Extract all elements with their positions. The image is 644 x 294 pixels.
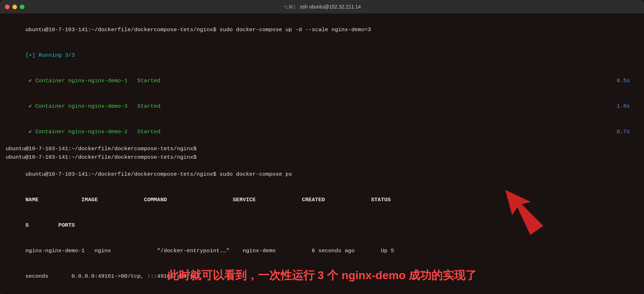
table-row-2a: nginx-nginx-demo-2 nginx "/docker-entryp… [6, 289, 638, 294]
prompt-1: ubuntu@10-7-103-141:~/dockerfile/dockerc… [25, 27, 217, 33]
check-2: ✔ Container nginx-nginx-demo-2 [25, 129, 137, 135]
terminal-line-6: ubuntu@10-7-103-141:~/dockerfile/dockerc… [6, 145, 638, 153]
started-2: Started [137, 129, 160, 135]
terminal-line-4: ✔ Container nginx-nginx-demo-3 Started 1… [6, 94, 638, 119]
window-title: ssh ubuntu@152.32.211.14 [300, 4, 361, 10]
terminal-content[interactable]: ubuntu@10-7-103-141:~/dockerfile/dockerc… [0, 13, 644, 294]
terminal-line-1: ubuntu@10-7-103-141:~/dockerfile/dockerc… [6, 17, 638, 43]
check-1: ✔ Container nginx-nginx-demo-1 [25, 78, 137, 84]
check-3: ✔ Container nginx-nginx-demo-3 [25, 103, 137, 109]
maximize-button[interactable] [20, 5, 24, 9]
terminal-line-3: ✔ Container nginx-nginx-demo-1 Started 0… [6, 68, 638, 94]
annotation-text: 此时就可以看到，一次性运行 3 个 nginx-demo 成功的实现了 [167, 269, 477, 282]
table-row-1a: nginx-nginx-demo-1 nginx "/docker-entryp… [6, 238, 638, 264]
terminal-line-5: ✔ Container nginx-nginx-demo-2 Started 0… [6, 119, 638, 145]
running-label: [+] Running 3/3 [25, 52, 75, 58]
svg-marker-0 [498, 182, 546, 237]
close-button[interactable] [5, 5, 10, 9]
arrow-annotation [488, 181, 566, 239]
terminal-line-7: ubuntu@10-7-103-141:~/dockerfile/dockerc… [6, 153, 638, 162]
window-title-area: ⌥⌘1 ssh ubuntu@152.32.211.14 [283, 4, 361, 10]
cmd-1: sudo docker-compose up -d --scale nginx-… [216, 27, 371, 33]
arrow-svg [488, 181, 566, 237]
traffic-lights [5, 5, 24, 9]
shortcut-badge: ⌥⌘1 [283, 4, 295, 10]
minimize-button[interactable] [12, 5, 17, 9]
annotation-container: 此时就可以看到，一次性运行 3 个 nginx-demo 成功的实现了 [0, 268, 644, 283]
terminal-line-2: [+] Running 3/3 [6, 43, 638, 68]
titlebar: ⌥⌘1 ssh ubuntu@152.32.211.14 [0, 0, 644, 13]
terminal-window: ⌥⌘1 ssh ubuntu@152.32.211.14 ubuntu@10-7… [0, 0, 644, 294]
started-3: Started [137, 103, 160, 109]
started-1: Started [137, 78, 160, 84]
